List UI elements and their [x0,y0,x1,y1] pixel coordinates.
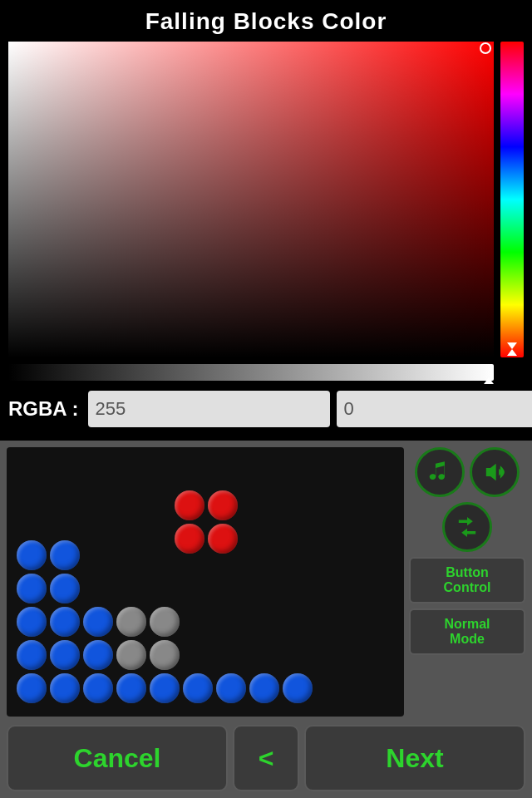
game-dot [208,524,238,554]
game-dot [116,640,146,670]
game-dot [17,607,47,637]
game-dot [216,673,246,703]
color-picker-area [8,42,524,357]
swap-button[interactable] [442,502,492,552]
normal-mode-btn[interactable]: Normal Mode [409,608,525,655]
rgba-label: RGBA : [8,397,78,421]
music-button[interactable] [415,447,465,497]
gradient-cursor[interactable] [480,42,491,54]
alpha-slider-row[interactable] [8,361,524,384]
game-dot [175,524,204,554]
r-input[interactable] [88,391,330,427]
game-dot [17,640,47,670]
game-dot [17,673,47,703]
game-dot [175,490,204,520]
rgba-row: RGBA : [8,391,524,427]
next-button[interactable]: Next [304,725,525,791]
game-dot [283,673,313,703]
control-icons-row [409,447,525,497]
sound-button[interactable] [470,447,520,497]
game-dot [83,607,113,637]
game-dot [50,574,80,603]
game-controls: Button Control Normal Mode [409,447,525,717]
sound-icon [480,458,509,486]
game-section: Button Control Normal Mode Cancel < Next [0,441,532,798]
game-dot [17,540,47,570]
game-dot [17,574,47,603]
hue-cursor-bottom [507,349,517,356]
game-dot [50,640,80,670]
game-dot [150,607,180,637]
game-dot [183,673,213,703]
back-button[interactable]: < [233,725,299,791]
bottom-buttons: Cancel < Next [0,720,532,798]
hue-cursor-top [507,342,517,349]
game-dot [150,640,180,670]
game-dot [116,607,146,637]
game-dot [116,673,146,703]
hue-slider[interactable] [500,42,524,357]
game-dot [50,607,80,637]
game-dot [208,490,238,520]
music-icon [426,458,454,486]
g-input[interactable] [337,391,532,427]
page-title: Falling Blocks Color [0,0,532,42]
game-dot [50,673,80,703]
game-dot [83,640,113,670]
alpha-cursor [484,377,494,384]
swap-icon [453,513,481,541]
alpha-track[interactable] [8,364,494,381]
color-picker-section: Falling Blocks Color RGBA : [0,0,532,441]
game-board [7,447,404,717]
gradient-canvas[interactable] [8,42,494,357]
board-inner [7,447,404,717]
cancel-button[interactable]: Cancel [7,725,228,791]
game-dot [50,540,80,570]
button-control-btn[interactable]: Button Control [409,557,525,603]
color-gradient[interactable] [8,42,494,357]
game-dot [83,673,113,703]
game-dot [249,673,279,703]
game-area: Button Control Normal Mode [0,441,532,720]
game-dot [150,673,180,703]
